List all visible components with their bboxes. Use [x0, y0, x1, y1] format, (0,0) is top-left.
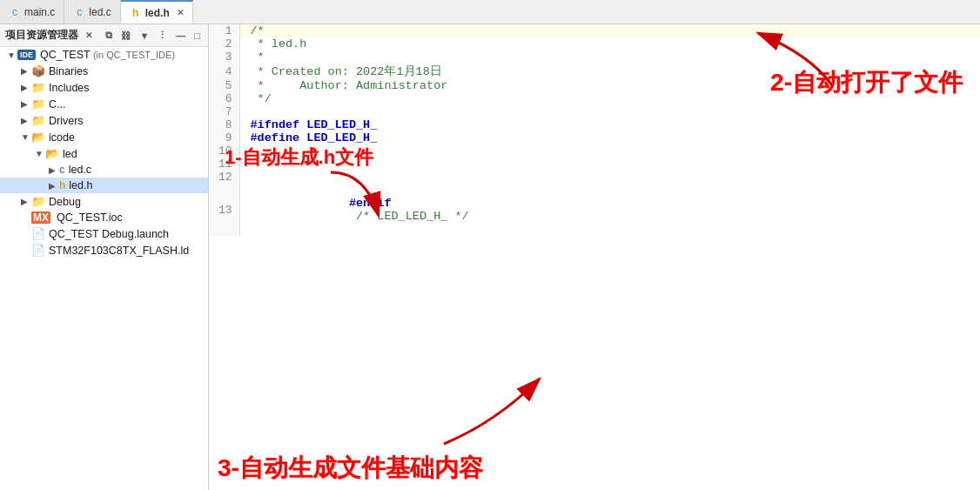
close-icon[interactable]: ✕: [85, 30, 92, 40]
binaries-icon: 📦: [31, 64, 45, 77]
sidebar-title: 项目资源管理器: [5, 28, 78, 43]
qctest-ioc-label: QC_TEST.ioc: [57, 211, 123, 224]
led-h-file-icon: h: [59, 179, 65, 191]
includes-arrow: [21, 83, 31, 92]
ld-file-label: STM32F103C8TX_FLASH.ld: [49, 245, 189, 257]
core-label: C...: [49, 98, 65, 111]
led-folder-label: led: [63, 148, 77, 160]
icode-icon: 📂: [31, 131, 45, 144]
minimize-icon[interactable]: —: [173, 30, 188, 42]
red-arrow-1: [322, 168, 392, 232]
tree-binaries[interactable]: 📦 Binaries: [0, 63, 208, 79]
led-folder-icon: 📂: [45, 147, 59, 160]
icode-label: icode: [49, 131, 75, 144]
ide-badge: IDE: [17, 50, 36, 60]
link-icon[interactable]: ⛓: [118, 30, 133, 42]
led-c-label: led.c: [69, 164, 91, 176]
tab-main-c[interactable]: c main.c: [0, 0, 64, 23]
tab-led-h[interactable]: h led.h ✕: [121, 0, 193, 23]
sidebar: 项目资源管理器 ✕ ⧉ ⛓ ▼ ⋮ — □ IDE QC_TEST (in QC…: [0, 24, 209, 490]
line-num-6: 6: [209, 92, 239, 105]
line-content-2: * led.h: [239, 37, 980, 50]
tab-label-led-h: led.h: [145, 7, 170, 19]
tab-label-main-c: main.c: [24, 6, 55, 18]
project-name: QC_TEST (in QC_TEST_IDE): [40, 49, 175, 61]
binaries-arrow: [21, 66, 31, 76]
tree-ld-file[interactable]: 📄 STM32F103C8TX_FLASH.ld: [0, 242, 208, 258]
includes-label: Includes: [49, 82, 90, 94]
tree-debug-launch[interactable]: 📄 QC_TEST Debug.launch: [0, 225, 208, 242]
line-content-7: [239, 105, 980, 118]
menu-icon[interactable]: ⋮: [155, 29, 170, 42]
content-wrapper: 1-自动生成.h文件 2-自动打开了文件: [209, 24, 980, 490]
tree-led-folder[interactable]: 📂 led: [0, 145, 208, 162]
line-num-2: 2: [209, 37, 239, 50]
tree-includes[interactable]: 📁 Includes: [0, 79, 208, 96]
ld-file-icon: 📄: [31, 244, 45, 257]
line-num-8: 8: [209, 118, 239, 131]
project-qualifier: (in QC_TEST_IDE): [93, 50, 175, 60]
tree-icode[interactable]: 📂 icode: [0, 129, 208, 145]
led-h-arrow: [49, 181, 59, 191]
icode-arrow: [21, 132, 31, 142]
led-h-label: led.h: [69, 179, 92, 191]
debug-icon: 📁: [31, 195, 45, 208]
debug-arrow: [21, 197, 31, 206]
line-num-1: 1: [209, 24, 239, 37]
drivers-arrow: [21, 116, 31, 125]
led-folder-arrow: [35, 149, 45, 158]
code-line-3: 3 *: [209, 50, 980, 64]
line-num-9: 9: [209, 131, 239, 144]
debug-label: Debug: [49, 196, 81, 208]
sidebar-header-left: 项目资源管理器 ✕: [5, 28, 92, 43]
c-file-icon: c: [9, 6, 21, 18]
line-num-5: 5: [209, 79, 239, 92]
annotation-3: 3-自动生成文件基础内容: [218, 452, 483, 485]
line-num-4: 4: [209, 64, 239, 79]
code-line-8: 8 #ifndef LED_LED_H_: [209, 118, 980, 131]
annotation-1: 1-自动生成.h文件: [225, 144, 373, 171]
line-num-12: 12: [209, 171, 239, 184]
tab-label-led-c: led.c: [89, 6, 111, 18]
mx-file-icon: MX: [31, 211, 50, 224]
line-content-9: #define LED_LED_H_: [239, 131, 980, 144]
tree-qctest-ioc[interactable]: MX QC_TEST.ioc: [0, 210, 208, 225]
filter-icon[interactable]: ▼: [137, 30, 151, 42]
drivers-label: Drivers: [49, 115, 84, 127]
tree-debug[interactable]: 📁 Debug: [0, 193, 208, 210]
red-arrow-2: [749, 29, 836, 93]
led-c-file-icon: c: [59, 164, 65, 176]
tab-close-led-h[interactable]: ✕: [177, 8, 184, 17]
line-num-7: 7: [209, 105, 239, 118]
project-root[interactable]: IDE QC_TEST (in QC_TEST_IDE): [0, 47, 208, 63]
main-layout: 项目资源管理器 ✕ ⧉ ⛓ ▼ ⋮ — □ IDE QC_TEST (in QC…: [0, 24, 980, 490]
collapse-icon[interactable]: ⧉: [103, 29, 115, 42]
code-line-7: 7: [209, 105, 980, 118]
drivers-icon: 📁: [31, 114, 45, 127]
tree-drivers[interactable]: 📁 Drivers: [0, 112, 208, 129]
code-line-1: 1 /*: [209, 24, 980, 37]
tree-led-h[interactable]: h led.h: [0, 178, 208, 193]
c-file-icon2: c: [73, 6, 85, 18]
line-content-3: *: [239, 50, 980, 64]
binaries-label: Binaries: [49, 65, 88, 77]
code-line-2: 2 * led.h: [209, 37, 980, 50]
tab-bar: c main.c c led.c h led.h ✕: [0, 0, 980, 24]
tree-led-c[interactable]: c led.c: [0, 162, 208, 178]
project-arrow: [7, 50, 17, 60]
core-arrow: [21, 99, 31, 109]
launch-file-icon: 📄: [31, 227, 45, 240]
h-file-icon: h: [130, 7, 142, 19]
sidebar-toolbar: ⧉ ⛓ ▼ ⋮ — □: [103, 29, 203, 42]
tab-led-c[interactable]: c led.c: [64, 0, 120, 23]
maximize-icon[interactable]: □: [191, 30, 203, 42]
core-icon: 📁: [31, 97, 45, 111]
line-num-3: 3: [209, 50, 239, 64]
line-content-8: #ifndef LED_LED_H_: [239, 118, 980, 131]
tree-core[interactable]: 📁 C...: [0, 96, 208, 112]
sidebar-header: 项目资源管理器 ✕ ⧉ ⛓ ▼ ⋮ — □: [0, 24, 208, 47]
includes-icon: 📁: [31, 81, 45, 94]
code-line-9: 9 #define LED_LED_H_: [209, 131, 980, 144]
debug-launch-label: QC_TEST Debug.launch: [49, 228, 169, 240]
red-arrow-3: [435, 370, 557, 452]
